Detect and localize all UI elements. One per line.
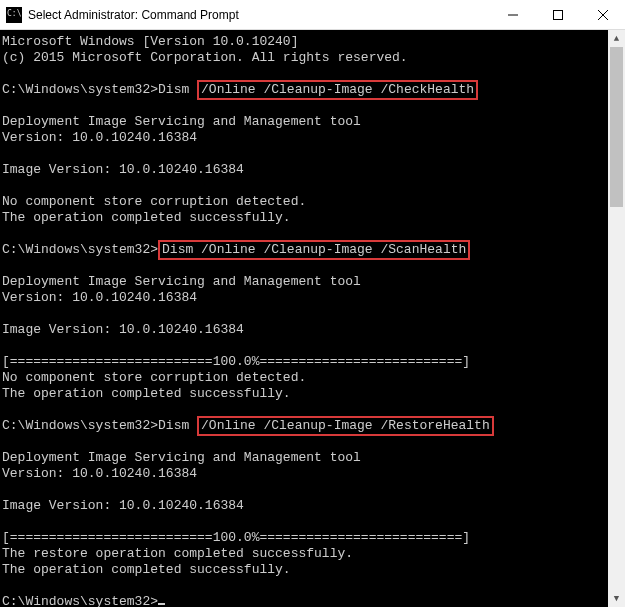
highlight-scanhealth: Dism /Online /Cleanup-Image /ScanHealth — [158, 240, 470, 260]
minimize-button[interactable] — [490, 0, 535, 29]
svg-rect-1 — [553, 10, 562, 19]
terminal-line: Deployment Image Servicing and Managemen… — [2, 274, 361, 289]
terminal-line: The operation completed successfully. — [2, 386, 291, 401]
vertical-scrollbar[interactable]: ▲ ▼ — [608, 30, 625, 607]
close-button[interactable] — [580, 0, 625, 29]
terminal-line: Deployment Image Servicing and Managemen… — [2, 450, 361, 465]
terminal-line: Version: 10.0.10240.16384 — [2, 290, 197, 305]
terminal-line: C:\Windows\system32>Dism — [2, 418, 197, 433]
terminal-prompt: C:\Windows\system32> — [2, 594, 158, 607]
terminal-line: Microsoft Windows [Version 10.0.10240] — [2, 34, 298, 49]
scroll-thumb[interactable] — [610, 47, 623, 207]
terminal-line: No component store corruption detected. — [2, 194, 306, 209]
terminal-line: [==========================100.0%=======… — [2, 530, 470, 545]
highlight-restorehealth: /Online /Cleanup-Image /RestoreHealth — [197, 416, 494, 436]
terminal-line: Deployment Image Servicing and Managemen… — [2, 114, 361, 129]
terminal-line: Version: 10.0.10240.16384 — [2, 466, 197, 481]
terminal-line: The restore operation completed successf… — [2, 546, 353, 561]
highlight-checkhealth: /Online /Cleanup-Image /CheckHealth — [197, 80, 478, 100]
terminal-line: (c) 2015 Microsoft Corporation. All righ… — [2, 50, 408, 65]
window-title: Select Administrator: Command Prompt — [28, 8, 490, 22]
terminal-line: Image Version: 10.0.10240.16384 — [2, 322, 244, 337]
scroll-down-button[interactable]: ▼ — [608, 590, 625, 607]
cmd-icon — [6, 7, 22, 23]
cursor — [158, 603, 165, 605]
terminal-line: The operation completed successfully. — [2, 210, 291, 225]
terminal-line: No component store corruption detected. — [2, 370, 306, 385]
terminal-line: Image Version: 10.0.10240.16384 — [2, 162, 244, 177]
terminal-line: Image Version: 10.0.10240.16384 — [2, 498, 244, 513]
terminal-line: The operation completed successfully. — [2, 562, 291, 577]
scroll-up-button[interactable]: ▲ — [608, 30, 625, 47]
terminal-line: Version: 10.0.10240.16384 — [2, 130, 197, 145]
terminal-line: [==========================100.0%=======… — [2, 354, 470, 369]
window-titlebar: Select Administrator: Command Prompt — [0, 0, 625, 30]
terminal-output[interactable]: Microsoft Windows [Version 10.0.10240] (… — [0, 30, 608, 607]
terminal-line: C:\Windows\system32> — [2, 242, 158, 257]
terminal-line: C:\Windows\system32>Dism — [2, 82, 197, 97]
maximize-button[interactable] — [535, 0, 580, 29]
window-controls — [490, 0, 625, 29]
